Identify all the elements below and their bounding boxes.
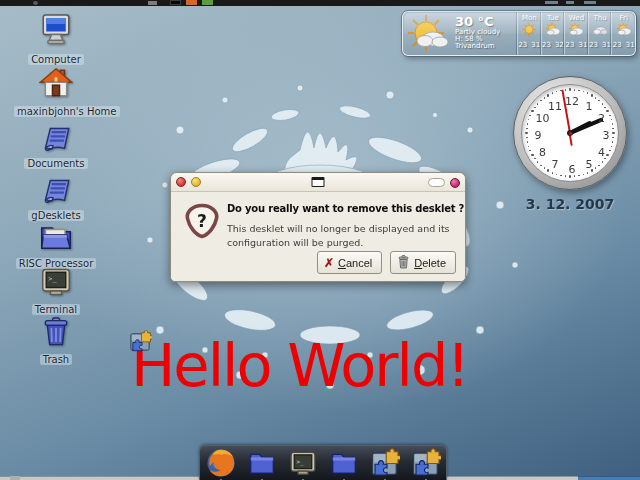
desklet-puzzle-icon[interactable] xyxy=(129,330,152,357)
desktop-icon-trash[interactable]: Trash xyxy=(14,316,98,367)
current-temperature: 30 °C xyxy=(455,15,517,29)
clock-tick xyxy=(556,91,558,93)
shade-icon[interactable] xyxy=(428,178,445,187)
forecast-low: 23 xyxy=(518,41,527,49)
clock-tick xyxy=(552,92,554,94)
clock-number: 7 xyxy=(552,158,559,171)
forecast-low: 23 xyxy=(589,41,598,49)
forecast-wednesday: Wed 2331 xyxy=(564,12,588,55)
dock-terminal[interactable]: >_ xyxy=(287,448,319,480)
folder-icon xyxy=(14,222,98,252)
puzzle-icon xyxy=(411,448,441,480)
clock-number: 5 xyxy=(586,158,593,171)
minimize-icon[interactable] xyxy=(191,177,201,187)
forecast-high: 31 xyxy=(578,41,587,49)
clock-tick xyxy=(611,146,613,148)
clock-tick xyxy=(612,141,614,143)
home-icon xyxy=(14,66,98,100)
clock-tick xyxy=(556,174,558,176)
clock-tick xyxy=(544,97,546,99)
clock-tick xyxy=(534,158,536,160)
clock-tick xyxy=(525,132,527,134)
clock-tick xyxy=(547,94,549,96)
dock-folder[interactable] xyxy=(328,448,360,480)
trash-icon xyxy=(14,316,98,348)
clock-tick xyxy=(560,90,562,92)
clock-date: 3. 12. 2007 xyxy=(513,196,627,212)
clock-tick xyxy=(612,128,614,130)
clock-tick xyxy=(544,167,546,169)
menu-icon[interactable] xyxy=(450,178,460,188)
dock-gdesklets-2[interactable] xyxy=(410,448,442,480)
desktop-icon-documents[interactable]: Documents xyxy=(14,122,98,171)
dock-gdesklets-1[interactable] xyxy=(369,448,401,480)
dock-file-manager[interactable] xyxy=(246,448,278,480)
clock-tick xyxy=(602,103,604,105)
clock-tick xyxy=(578,175,580,177)
desktop-icon-gdesklets[interactable]: gDesklets xyxy=(14,174,98,223)
clock-tick xyxy=(606,110,608,112)
computer-icon xyxy=(14,12,98,48)
partly-cloudy-icon xyxy=(545,22,561,41)
clock-tick xyxy=(531,154,533,156)
clock-tick xyxy=(587,172,589,174)
tray-dot-icon xyxy=(33,1,38,5)
window-icon xyxy=(312,177,325,187)
dock-firefox[interactable] xyxy=(205,448,237,480)
forecast-high: 31 xyxy=(531,41,540,49)
clock-tick xyxy=(526,137,528,139)
dock: >_ xyxy=(199,445,447,480)
clock-tick xyxy=(528,146,530,148)
top-panel xyxy=(0,0,640,6)
documents-icon xyxy=(14,122,98,152)
clock-tick xyxy=(583,174,585,176)
clock-desklet[interactable]: 121234567891011 3. 12. 2007 xyxy=(513,76,627,212)
clock-tick xyxy=(529,150,531,152)
tray-right2-icon xyxy=(566,1,574,4)
clock-tick xyxy=(569,88,571,90)
clock-tick xyxy=(609,115,611,117)
forecast-day-label: Tue xyxy=(547,14,559,22)
delete-button[interactable]: Delete xyxy=(390,251,456,274)
desktop-icon-label: maxinbjohn's Home xyxy=(14,106,120,117)
firefox-icon xyxy=(206,448,236,480)
clock-tick xyxy=(591,94,593,96)
tray-right-icon xyxy=(545,1,558,4)
desktop-icon-computer[interactable]: Computer xyxy=(14,12,98,67)
clock-tick xyxy=(604,107,606,109)
weather-desklet[interactable]: 30 °C Partly cloudy H: 58 % Trivandrum M… xyxy=(402,11,636,56)
forecast-high: 32 xyxy=(555,41,564,49)
clock-number: 9 xyxy=(535,129,542,142)
terminal-icon: >_ xyxy=(14,266,98,298)
svg-text:>_: >_ xyxy=(296,458,304,466)
sunny-icon xyxy=(521,22,537,41)
clock-tick xyxy=(565,175,567,177)
dialog-titlebar[interactable] xyxy=(171,173,465,192)
desktop-icon-home[interactable]: maxinbjohn's Home xyxy=(14,66,98,119)
clock-tick xyxy=(569,175,571,177)
partly-cloudy-icon xyxy=(616,22,632,41)
clock-tick xyxy=(529,115,531,117)
hello-world-text: Hello World! xyxy=(131,336,468,395)
clock-tick xyxy=(595,97,597,99)
tray-green-icon xyxy=(202,0,213,5)
partly-cloudy-icon xyxy=(568,22,584,41)
desktop-icon-risc-processor[interactable]: RISC Processor xyxy=(14,222,98,271)
clock-tick xyxy=(531,110,533,112)
clock-number: 12 xyxy=(565,95,579,108)
tray-right3-icon xyxy=(584,1,596,4)
forecast-day-label: Thu xyxy=(594,14,607,22)
desktop-icon-label: gDesklets xyxy=(28,210,83,221)
clock-number: 6 xyxy=(569,163,576,176)
clock-tick xyxy=(527,141,529,143)
close-icon[interactable] xyxy=(176,177,186,187)
clock-tick xyxy=(540,165,542,167)
remove-desklet-dialog: ? Do you really want to remove this desk… xyxy=(170,172,466,282)
clock-tick xyxy=(574,175,576,177)
cancel-button[interactable]: ✗ Cancel xyxy=(317,251,382,274)
desktop-icon-terminal[interactable]: >_ Terminal xyxy=(14,266,98,317)
terminal-icon: >_ xyxy=(288,448,318,480)
clock-tick xyxy=(609,150,611,152)
desktop-icon-label: Documents xyxy=(24,158,87,169)
clock-tick xyxy=(540,100,542,102)
